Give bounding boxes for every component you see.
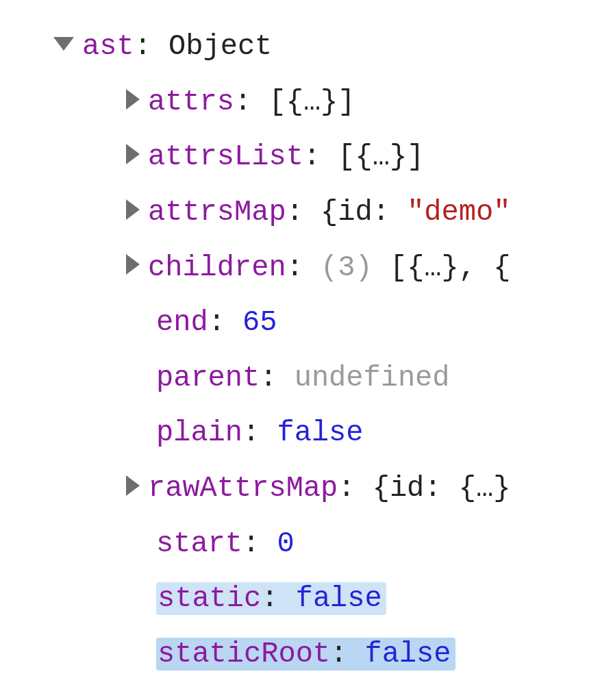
- chevron-right-icon: [126, 475, 140, 496]
- property-value: 0: [277, 527, 294, 560]
- colon: :: [373, 196, 390, 229]
- property-key: attrsMap: [148, 196, 286, 229]
- nested-key: id: [390, 472, 424, 505]
- property-key: children: [148, 251, 286, 284]
- property-key: ast: [82, 30, 134, 63]
- property-key: start: [156, 527, 242, 560]
- colon: :: [286, 251, 303, 284]
- property-attrs[interactable]: attrs: [{…}]: [53, 75, 600, 130]
- property-type: Object: [168, 30, 272, 63]
- brace-open: {: [373, 472, 390, 505]
- property-preview: [{…}]: [338, 140, 424, 173]
- chevron-down-icon: [53, 37, 74, 51]
- brace-open: {: [321, 196, 338, 229]
- array-length: (3): [321, 251, 373, 284]
- colon: :: [338, 472, 355, 505]
- property-key: plain: [156, 416, 242, 449]
- colon: :: [303, 140, 321, 173]
- property-staticroot[interactable]: staticRoot: false: [53, 627, 600, 682]
- colon: :: [242, 527, 260, 560]
- property-ast[interactable]: ast: Object: [53, 19, 600, 75]
- property-key: end: [156, 306, 208, 339]
- colon: :: [261, 582, 278, 615]
- colon: :: [330, 638, 347, 671]
- colon: :: [286, 196, 303, 229]
- property-attrsmap[interactable]: attrsMap: {id: "demo": [53, 185, 600, 240]
- property-value: false: [296, 582, 382, 615]
- highlighted-property: static: false: [156, 582, 386, 615]
- nested-key: id: [338, 196, 372, 229]
- chevron-right-icon: [126, 144, 140, 164]
- highlighted-property: staticRoot: false: [156, 638, 455, 671]
- property-key: static: [158, 582, 261, 615]
- property-preview: [{…}, {: [390, 251, 510, 284]
- property-end[interactable]: end: 65: [53, 295, 600, 351]
- property-value: 65: [242, 306, 277, 339]
- chevron-right-icon: [126, 199, 140, 220]
- property-key: attrs: [148, 86, 234, 118]
- property-plain[interactable]: plain: false: [53, 405, 600, 461]
- nested-preview: {…}: [459, 472, 511, 505]
- colon: :: [208, 306, 225, 339]
- property-key: parent: [156, 362, 260, 395]
- colon: :: [424, 472, 441, 505]
- property-key: attrsList: [148, 140, 303, 173]
- property-value: false: [364, 638, 451, 671]
- object-inspector: ast: Object attrs: [{…}] attrsList: [{…}…: [0, 0, 600, 682]
- property-key: rawAttrsMap: [148, 472, 338, 505]
- property-preview: [{…}]: [268, 86, 355, 118]
- property-key: staticRoot: [158, 638, 330, 671]
- colon: :: [242, 416, 260, 449]
- property-children[interactable]: children: (3) [{…}, {: [53, 240, 600, 296]
- property-value: false: [277, 416, 363, 449]
- nested-string-value: "demo": [407, 196, 510, 229]
- colon: :: [234, 86, 251, 118]
- colon: :: [134, 30, 151, 63]
- chevron-right-icon: [126, 89, 140, 110]
- colon: :: [260, 362, 277, 395]
- property-parent[interactable]: parent: undefined: [53, 351, 600, 406]
- chevron-right-icon: [126, 254, 140, 275]
- property-attrslist[interactable]: attrsList: [{…}]: [53, 129, 600, 185]
- property-start[interactable]: start: 0: [53, 516, 600, 572]
- property-rawattrsmap[interactable]: rawAttrsMap: {id: {…}: [53, 461, 600, 516]
- property-static[interactable]: static: false: [53, 571, 600, 627]
- property-value: undefined: [295, 362, 450, 395]
